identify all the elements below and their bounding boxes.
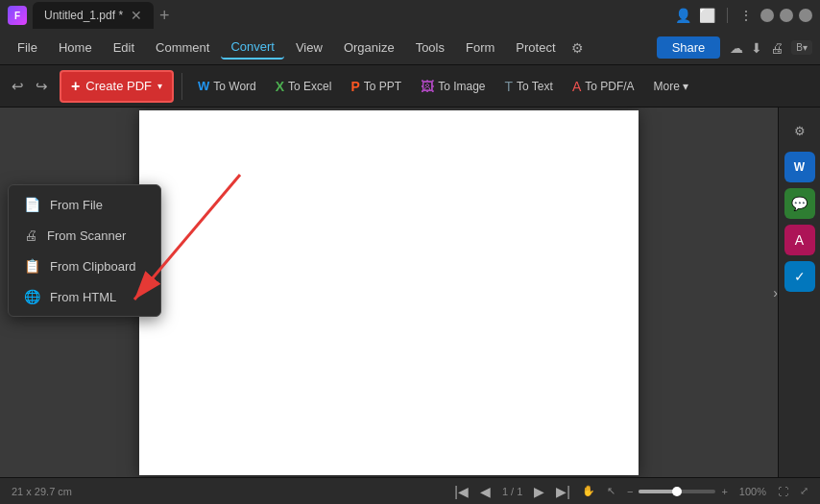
first-page-button[interactable]: |◀ [454, 484, 469, 499]
right-panel-check-icon[interactable]: ✓ [784, 261, 815, 292]
cursor-icon[interactable]: ↖ [607, 485, 615, 497]
image-icon: 🖼 [421, 79, 434, 94]
toolbar-left-icons: ↩ ↪ [8, 74, 52, 99]
toolbar-separator-1 [181, 73, 182, 100]
b-button[interactable]: B▾ [791, 40, 812, 55]
zoom-thumb[interactable] [672, 487, 682, 496]
main-layout: 📄 From File 🖨 From Scanner 📋 From Clipbo… [0, 108, 820, 477]
menu-file[interactable]: File [8, 36, 47, 59]
dropdown-from-clipboard[interactable]: 📋 From Clipboard [9, 251, 160, 281]
text-icon: T [505, 79, 514, 94]
pan-icon[interactable]: ✋ [582, 485, 595, 497]
menu-protect[interactable]: Protect [506, 36, 565, 59]
print-icon[interactable]: 🖨 [770, 40, 784, 56]
pdfa-icon: A [572, 79, 581, 94]
tab-title: Untitled_1.pdf * [44, 9, 123, 22]
create-pdf-label: Create PDF [85, 79, 152, 93]
dropdown-from-scanner[interactable]: 🖨 From Scanner [9, 220, 160, 251]
tab-close-icon[interactable]: ✕ [131, 8, 142, 23]
to-image-label: To Image [438, 80, 485, 93]
share-button[interactable]: Share [657, 36, 721, 59]
right-panel: ⚙ W 💬 A ✓ [778, 108, 820, 477]
to-word-button[interactable]: W To Word [190, 74, 264, 98]
zoom-track[interactable] [639, 490, 715, 493]
menu-view[interactable]: View [286, 36, 332, 59]
redo-icon[interactable]: ↪ [32, 74, 52, 99]
panel-icon[interactable]: ⬜ [699, 8, 715, 23]
to-ppt-label: To PPT [364, 80, 401, 93]
dropdown-from-file[interactable]: 📄 From File [9, 189, 160, 220]
page-dimensions: 21 x 29.7 cm [12, 486, 72, 497]
menu-tools[interactable]: Tools [406, 36, 454, 59]
last-page-button[interactable]: ▶| [556, 484, 570, 499]
menu-comment[interactable]: Comment [146, 36, 219, 59]
cloud-upload-icon[interactable]: ☁ [730, 40, 743, 56]
more-options-icon[interactable]: ⋮ [739, 8, 753, 23]
right-panel-edit-icon[interactable]: A [784, 225, 815, 255]
to-excel-label: To Excel [288, 80, 331, 93]
file-icon: 📄 [24, 197, 40, 212]
create-pdf-button[interactable]: + Create PDF ▾ [60, 70, 174, 103]
to-excel-button[interactable]: X To Excel [268, 74, 340, 99]
plus-icon: + [71, 78, 80, 95]
next-page-button[interactable]: ▶ [534, 484, 544, 499]
pdf-page [139, 110, 639, 475]
right-panel-chat-icon[interactable]: 💬 [784, 188, 815, 219]
to-pdfa-label: To PDF/A [585, 80, 634, 93]
separator [727, 8, 728, 23]
excel-icon: X [276, 79, 284, 94]
to-word-label: To Word [213, 80, 255, 93]
menu-home[interactable]: Home [49, 36, 102, 59]
zoom-level: 100% [739, 486, 766, 497]
canvas-area: 📄 From File 🖨 From Scanner 📋 From Clipbo… [0, 108, 778, 477]
user-avatar-icon[interactable]: 👤 [675, 8, 691, 23]
to-image-button[interactable]: 🖼 To Image [413, 74, 493, 99]
menu-form[interactable]: Form [456, 36, 504, 59]
right-panel-word-icon[interactable]: W [784, 152, 815, 182]
clipboard-icon: 📋 [24, 258, 40, 274]
more-button[interactable]: More ▾ [646, 75, 697, 98]
ppt-icon: P [350, 79, 359, 94]
download-icon[interactable]: ⬇ [751, 40, 762, 56]
to-text-button[interactable]: T To Text [497, 74, 561, 99]
close-button[interactable]: ✕ [799, 9, 812, 22]
dropdown-menu: 📄 From File 🖨 From Scanner 📋 From Clipbo… [8, 184, 161, 317]
maximize-button[interactable]: □ [780, 9, 793, 22]
dropdown-from-html[interactable]: 🌐 From HTML [9, 281, 160, 312]
minimize-button[interactable]: ─ [760, 9, 774, 22]
scroll-right-arrow[interactable]: › [773, 285, 778, 300]
status-right: |◀ ◀ 1 / 1 ▶ ▶| ✋ ↖ − + 100% ⛶ ⤢ [454, 484, 808, 499]
undo-icon[interactable]: ↩ [8, 74, 28, 99]
menu-organize[interactable]: Organize [334, 36, 404, 59]
prev-page-button[interactable]: ◀ [480, 484, 491, 499]
tab-untitled[interactable]: Untitled_1.pdf * ✕ [33, 2, 154, 29]
menu-right-icons: ☁ ⬇ 🖨 B▾ [730, 40, 812, 56]
dropdown-arrow-icon: ▾ [157, 81, 162, 91]
toolbar: ↩ ↪ + Create PDF ▾ W To Word X To Excel … [0, 65, 820, 108]
zoom-out-icon[interactable]: − [627, 486, 633, 497]
page-info: 1 / 1 [502, 486, 522, 497]
from-file-label: From File [50, 198, 103, 212]
fit-page-icon[interactable]: ⛶ [778, 486, 788, 497]
html-icon: 🌐 [24, 289, 40, 304]
fullscreen-icon[interactable]: ⤢ [800, 485, 808, 497]
app-logo: F [8, 6, 27, 25]
from-scanner-label: From Scanner [47, 228, 126, 243]
menu-edit[interactable]: Edit [104, 36, 144, 59]
to-ppt-button[interactable]: P To PPT [343, 74, 409, 99]
scanner-icon: 🖨 [24, 228, 37, 243]
from-clipboard-label: From Clipboard [50, 259, 136, 274]
zoom-slider[interactable]: − + [627, 486, 728, 497]
to-pdfa-button[interactable]: A To PDF/A [565, 74, 642, 99]
title-bar-left: F Untitled_1.pdf * ✕ + [8, 2, 170, 29]
title-bar-right: 👤 ⬜ ⋮ ─ □ ✕ [675, 8, 812, 23]
menu-convert[interactable]: Convert [221, 36, 284, 60]
right-panel-settings-icon[interactable]: ⚙ [784, 115, 815, 146]
settings-icon[interactable]: ⚙ [571, 40, 584, 56]
more-label: More ▾ [654, 80, 689, 93]
title-bar: F Untitled_1.pdf * ✕ + 👤 ⬜ ⋮ ─ □ ✕ [0, 0, 820, 31]
zoom-fill [639, 490, 677, 493]
zoom-in-icon[interactable]: + [721, 486, 727, 497]
tab-add-icon[interactable]: + [159, 6, 170, 26]
window-controls: ─ □ ✕ [760, 9, 812, 22]
